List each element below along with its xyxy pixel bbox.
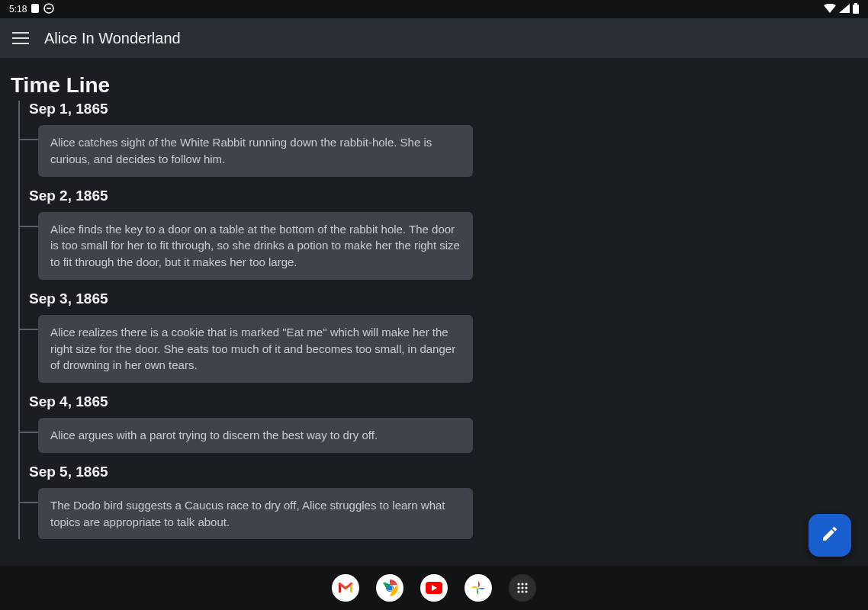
- battery-icon: [853, 3, 859, 16]
- svg-rect-0: [31, 4, 39, 13]
- content-area: Time Line Sep 1, 1865Alice catches sight…: [0, 58, 868, 539]
- timeline-card[interactable]: Alice realizes there is a cookie that is…: [38, 315, 473, 383]
- pencil-icon: [821, 525, 839, 546]
- timeline-card[interactable]: Alice finds the key to a door on a table…: [38, 212, 473, 280]
- timeline-entry: Sep 5, 1865The Dodo bird suggests a Cauc…: [24, 464, 857, 540]
- status-card-icon: [31, 4, 39, 15]
- svg-point-10: [517, 583, 519, 585]
- status-dnd-icon: [43, 3, 54, 16]
- svg-point-17: [521, 590, 523, 592]
- timeline: Sep 1, 1865Alice catches sight of the Wh…: [11, 101, 857, 539]
- nav-bar: [0, 566, 868, 610]
- svg-point-16: [517, 590, 519, 592]
- timeline-date: Sep 5, 1865: [29, 464, 857, 480]
- app-bar: Alice In Wonderland: [0, 18, 868, 58]
- svg-point-14: [521, 586, 523, 589]
- timeline-date: Sep 1, 1865: [29, 101, 857, 117]
- menu-icon[interactable]: [12, 32, 29, 44]
- timeline-entry: Sep 3, 1865Alice realizes there is a coo…: [24, 291, 857, 383]
- edit-fab[interactable]: [809, 514, 851, 557]
- timeline-card[interactable]: Alice argues with a parot trying to disc…: [38, 418, 473, 453]
- timeline-card[interactable]: Alice catches sight of the White Rabbit …: [38, 125, 473, 177]
- status-time: 5:18: [9, 4, 27, 14]
- svg-point-12: [525, 583, 527, 585]
- timeline-card[interactable]: The Dodo bird suggests a Caucus race to …: [38, 488, 473, 540]
- status-bar: 5:18: [0, 0, 868, 18]
- svg-point-11: [521, 583, 523, 585]
- page-title: Time Line: [11, 73, 857, 98]
- svg-rect-3: [853, 5, 859, 14]
- nav-photos-icon[interactable]: [465, 574, 492, 602]
- svg-point-18: [525, 590, 527, 592]
- timeline-entry: Sep 1, 1865Alice catches sight of the Wh…: [24, 101, 857, 177]
- timeline-date: Sep 2, 1865: [29, 188, 857, 204]
- nav-gmail-icon[interactable]: [332, 574, 359, 602]
- svg-point-15: [525, 586, 527, 589]
- signal-icon: [839, 4, 850, 15]
- timeline-entry: Sep 4, 1865Alice argues with a parot try…: [24, 393, 857, 453]
- nav-chrome-icon[interactable]: [376, 574, 403, 602]
- timeline-date: Sep 3, 1865: [29, 291, 857, 307]
- svg-rect-4: [854, 3, 857, 5]
- app-title: Alice In Wonderland: [44, 30, 181, 47]
- timeline-date: Sep 4, 1865: [29, 393, 857, 410]
- wifi-icon: [824, 4, 836, 15]
- svg-point-13: [517, 586, 519, 589]
- nav-youtube-icon[interactable]: [420, 574, 448, 602]
- timeline-entry: Sep 2, 1865Alice finds the key to a door…: [24, 188, 857, 280]
- nav-apps-icon[interactable]: [509, 574, 536, 602]
